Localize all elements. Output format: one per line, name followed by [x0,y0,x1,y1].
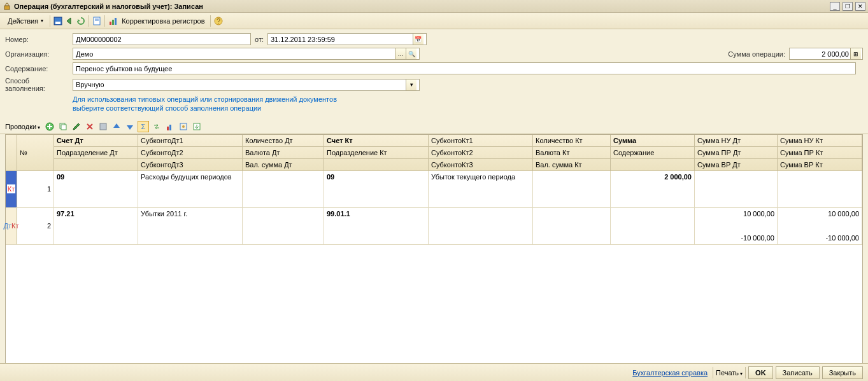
sum-input[interactable]: 2 000,00⊞ [789,48,863,60]
lock-icon [3,2,11,11]
col-curr-sum-dt[interactable]: Вал. сумма Дт [243,159,324,171]
minimize-button[interactable]: _ [830,2,840,11]
col-sum-nu-dt[interactable]: Сумма НУ Дт [695,135,778,147]
svg-rect-14 [100,123,106,130]
select-icon[interactable]: … [395,48,406,59]
org-label: Организация: [5,50,69,58]
edit-icon[interactable] [71,121,82,132]
number-input[interactable]: ДМ000000002 [73,33,251,45]
row-marker: ДтКт [6,208,17,244]
col-subconto-dt3[interactable]: СубконтоДт3 [138,159,243,171]
col-sum-vr-kt[interactable]: Сумма ВР Кт [778,159,862,171]
grid-body: Кт 1 09 Расходы будущих периодов 09 Убыт… [6,171,862,375]
svg-rect-16 [167,127,169,130]
col-qty-dt[interactable]: Количество Дт [243,135,324,147]
sigma-icon[interactable]: Σ [138,121,149,132]
entries-grid: № Счет Дт Подразделение Дт СубконтоДт1 С… [5,134,863,375]
col-subdiv-dt[interactable]: Подразделение Дт [54,147,138,159]
col-subconto-kt3[interactable]: СубконтоКт3 [429,159,533,171]
maximize-button[interactable]: ❐ [843,2,853,11]
content-label: Содержание: [5,65,69,73]
number-label: Номер: [5,36,69,43]
col-content[interactable]: Содержание [611,147,695,159]
svg-text:?: ? [216,17,220,25]
save-icon[interactable] [53,16,63,26]
svg-rect-0 [4,6,10,10]
svg-rect-2 [55,22,60,24]
col-sum[interactable]: Сумма [611,135,695,147]
col-subconto-kt1[interactable]: СубконтоКт1 [429,135,533,147]
col-subconto-kt2[interactable]: СубконтоКт2 [429,147,533,159]
help-icon[interactable]: ? [213,16,224,26]
col-num[interactable]: № [17,135,54,171]
svg-rect-8 [115,18,117,25]
entries-toolbar: Проводки Σ [0,120,868,134]
col-sum-pr-dt[interactable]: Сумма ПР Дт [695,147,778,159]
table-row[interactable]: ДтКт 2 97.21 Убытки 2011 г. 99.01.1 10 0… [6,208,862,245]
col-subconto-dt2[interactable]: СубконтоДт2 [138,147,243,159]
entries-tab[interactable]: Проводки [5,123,40,130]
refresh-icon[interactable] [76,16,86,26]
close-button[interactable]: ✕ [855,2,865,11]
grid-header: № Счет Дт Подразделение Дт СубконтоДт1 С… [6,135,862,171]
col-sum-pr-kt[interactable]: Сумма ПР Кт [778,147,862,159]
date-input[interactable]: 31.12.2011 23:59:59📅 [267,33,427,45]
actions-menu[interactable]: Действия [4,16,47,26]
close-button[interactable]: Закрыть [822,366,863,379]
ref-link[interactable]: Бухгалтерская справка [632,369,708,377]
sum-label: Сумма операции: [728,50,785,58]
grid-icon[interactable] [97,121,109,132]
down-icon[interactable] [124,121,136,132]
svg-rect-3 [94,17,100,25]
swap-icon[interactable] [151,121,162,132]
svg-point-19 [182,125,185,128]
main-toolbar: Действия Корректировка регистров ? [0,13,868,29]
chevron-down-icon[interactable]: ▾ [406,80,416,90]
fill-label: Способ заполнения: [5,77,69,92]
col-acc-kt[interactable]: Счет Кт [324,135,429,147]
print-menu[interactable]: Печать [716,369,743,377]
settings-icon[interactable] [178,121,189,132]
add-icon[interactable] [44,121,55,132]
delete-icon[interactable] [84,121,96,132]
up-icon[interactable] [111,121,122,132]
content-input[interactable]: Перенос убытков на будущее [73,62,856,74]
calc-icon[interactable]: ⊞ [850,48,861,59]
col-acc-dt[interactable]: Счет Дт [54,135,138,147]
chart2-icon[interactable] [164,121,176,132]
window-title: Операция (бухгалтерский и налоговый учет… [14,3,830,10]
copy-icon[interactable] [57,121,69,132]
reg-correct-button[interactable]: Корректировка регистров [119,16,207,26]
col-sum-vr-dt[interactable]: Сумма ВР Дт [695,159,778,171]
col-subconto-dt1[interactable]: СубконтоДт1 [138,135,243,147]
svg-rect-17 [169,125,171,130]
col-sum-nu-kt[interactable]: Сумма НУ Кт [778,135,862,147]
titlebar: Операция (бухгалтерский и налоговый учет… [0,0,868,13]
fill-select[interactable]: Вручную▾ [73,79,420,91]
svg-text:Σ: Σ [141,123,146,130]
col-curr-dt[interactable]: Валюта Дт [243,147,324,159]
row-marker: Кт [6,171,17,207]
svg-rect-7 [112,20,114,25]
svg-rect-13 [61,125,66,130]
ok-button[interactable]: OK [748,366,773,379]
chart-icon[interactable] [108,16,118,26]
col-qty-kt[interactable]: Количество Кт [533,135,611,147]
export-icon[interactable] [191,121,203,132]
calendar-icon[interactable]: 📅 [413,34,423,45]
save-button[interactable]: Записать [776,366,820,379]
hint-text[interactable]: Для использования типовых операций или с… [73,95,863,113]
document-icon[interactable] [92,16,102,26]
table-row[interactable]: Кт 1 09 Расходы будущих периодов 09 Убыт… [6,171,862,208]
from-label: от: [255,36,264,43]
bottom-bar: Бухгалтерская справка Печать OK Записать… [0,363,868,381]
col-subdiv-kt[interactable]: Подразделение Кт [324,147,429,159]
svg-rect-6 [110,22,111,25]
col-curr-sum-kt[interactable]: Вал. сумма Кт [533,159,611,171]
col-curr-kt[interactable]: Валюта Кт [533,147,611,159]
search-icon[interactable]: 🔍 [406,48,416,59]
org-input[interactable]: Демо…🔍 [73,48,420,60]
form-area: Номер: ДМ000000002 от: 31.12.2011 23:59:… [0,29,868,120]
back-icon[interactable] [64,16,75,26]
